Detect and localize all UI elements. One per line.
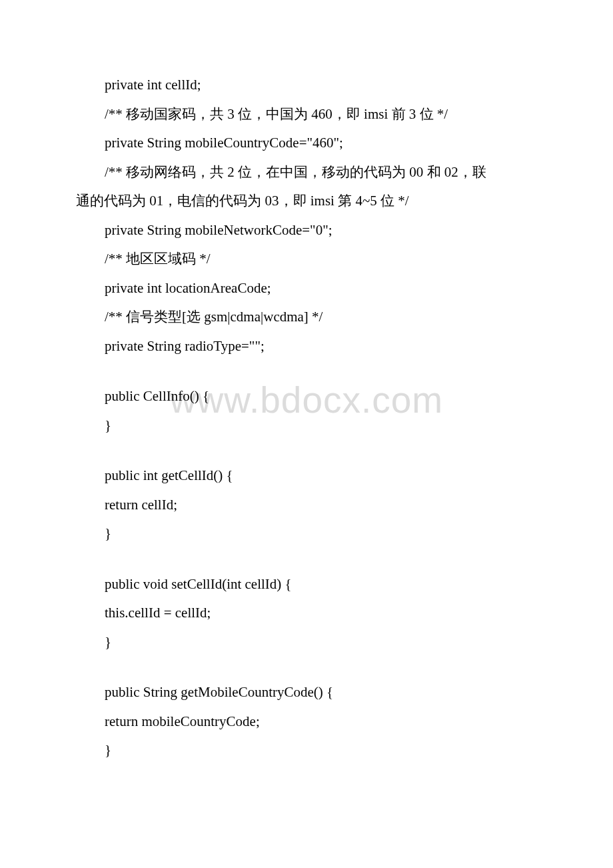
code-line: public int getCellId() { [76, 465, 537, 487]
code-line: /** 移动网络码，共 2 位，在中国，移动的代码为 00 和 02，联 [76, 162, 537, 183]
code-line: 通的代码为 01，电信的代码为 03，即 imsi 第 4~5 位 */ [76, 191, 537, 212]
code-line: public CellInfo() { [76, 386, 537, 407]
code-line: } [76, 523, 537, 545]
blank-line [76, 553, 537, 574]
code-line: public String getMobileCountryCode() { [76, 682, 537, 703]
code-content: private int cellId; /** 移动国家码，共 3 位，中国为 … [76, 75, 537, 761]
code-line: /** 地区区域码 */ [76, 249, 537, 270]
code-line: private String mobileNetworkCode="0"; [76, 220, 537, 241]
code-line: return mobileCountryCode; [76, 711, 537, 733]
blank-line [76, 444, 537, 465]
code-line: } [76, 415, 537, 437]
blank-line [76, 365, 537, 386]
blank-line [76, 661, 537, 682]
code-line: private String mobileCountryCode="460"; [76, 133, 537, 154]
code-line: private int cellId; [76, 75, 537, 96]
code-line: private int locationAreaCode; [76, 278, 537, 299]
code-line: this.cellId = cellId; [76, 603, 537, 624]
code-line: public void setCellId(int cellId) { [76, 574, 537, 595]
code-line: private String radioType=""; [76, 336, 537, 357]
code-line: /** 信号类型[选 gsm|cdma|wcdma] */ [76, 307, 537, 328]
code-line: /** 移动国家码，共 3 位，中国为 460，即 imsi 前 3 位 */ [76, 104, 537, 125]
document-page: www.bdocx.com private int cellId; /** 移动… [0, 0, 613, 868]
code-line: return cellId; [76, 495, 537, 516]
code-line: } [76, 740, 537, 761]
code-line: } [76, 632, 537, 653]
